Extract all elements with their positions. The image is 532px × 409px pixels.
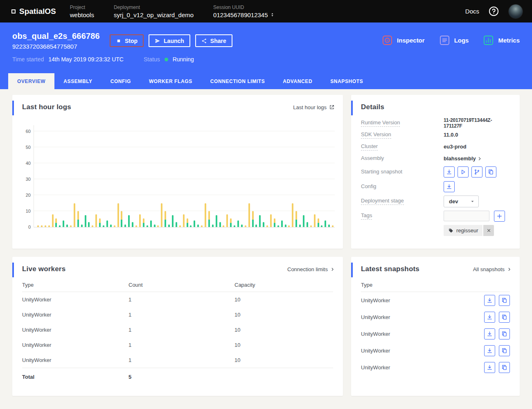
snapshot-row: UnityWorker — [361, 309, 510, 326]
docs-link[interactable]: Docs — [465, 8, 479, 15]
tab-advanced[interactable]: ADVANCED — [274, 73, 321, 89]
avatar[interactable] — [508, 4, 523, 19]
detail-label: Tags — [361, 212, 372, 220]
log-bar — [263, 222, 264, 227]
log-bar — [143, 218, 144, 227]
tag-input[interactable] — [444, 211, 489, 221]
session-uuid-selector[interactable]: 0123456789012345 — [213, 11, 274, 18]
detail-value: eu3-prod — [444, 144, 510, 150]
sort-arrows-icon — [270, 12, 275, 18]
close-icon — [487, 228, 491, 233]
copy-snapshot-button[interactable] — [499, 362, 510, 373]
info-segment — [241, 225, 243, 227]
download-snapshot-button[interactable] — [484, 362, 495, 373]
deployment-meta: Deployment syrj_0_v12_op_wizard_demo — [114, 4, 194, 18]
copy-snapshot-button[interactable] — [499, 295, 510, 306]
share-button[interactable]: Share — [195, 34, 232, 47]
launch-button[interactable]: Launch — [149, 34, 190, 47]
log-bar — [81, 225, 83, 227]
tab-snapshots[interactable]: SNAPSHOTS — [321, 73, 372, 89]
logs-link[interactable]: Logs — [440, 35, 469, 45]
log-bar — [128, 215, 130, 227]
log-bar — [103, 225, 104, 227]
download-snapshot-button[interactable] — [484, 328, 495, 339]
inspector-link[interactable]: Inspector — [382, 35, 425, 45]
tag-chip-label: regisseur — [456, 227, 478, 234]
tab-config[interactable]: CONFIG — [101, 73, 140, 89]
log-bar — [150, 220, 152, 227]
detail-row-starting-snapshot: Starting snapshot — [361, 164, 510, 179]
info-segment — [216, 215, 217, 227]
download-snapshot-button[interactable] — [484, 295, 495, 306]
last-hour-logs-link-label: Last hour logs — [293, 104, 327, 110]
add-tag-button[interactable] — [494, 211, 505, 222]
help-icon[interactable] — [488, 6, 499, 17]
worker-type: UnityWorker — [22, 357, 128, 363]
spatialos-logo-icon — [11, 9, 16, 13]
stop-button[interactable]: Stop — [110, 34, 144, 47]
info-segment — [124, 225, 126, 227]
log-bar — [85, 215, 86, 227]
tab-assembly[interactable]: ASSEMBLY — [54, 73, 101, 89]
warning-segment — [205, 203, 206, 227]
play-button[interactable] — [458, 166, 469, 178]
log-bar — [179, 225, 181, 227]
remove-tag-button[interactable] — [483, 225, 494, 236]
connection-limits-link[interactable]: Connection limits — [287, 266, 335, 272]
worker-row: UnityWorker110 — [22, 337, 333, 353]
download-button[interactable] — [444, 181, 455, 192]
copy-button[interactable] — [485, 166, 496, 178]
warning-segment — [37, 225, 39, 227]
info-segment — [190, 225, 192, 227]
topbar: SpatialOS Project webtools Deployment sy… — [0, 0, 532, 22]
latest-snapshots-table: TypeUnityWorkerUnityWorkerUnityWorkerUni… — [351, 277, 520, 376]
warning-segment — [74, 203, 75, 227]
warning-segment — [95, 214, 97, 227]
worker-capacity: 10 — [234, 327, 333, 333]
status-badge: Running — [173, 56, 194, 63]
detail-button-group — [444, 181, 510, 192]
log-bar — [99, 218, 101, 227]
info-segment — [197, 225, 199, 227]
copy-icon — [501, 348, 507, 354]
info-segment — [295, 220, 297, 227]
log-bar — [310, 225, 312, 227]
assembly-link[interactable]: blahssembly — [444, 155, 510, 162]
external-link-icon — [329, 104, 335, 110]
info-segment — [281, 220, 283, 227]
log-bar — [157, 225, 159, 227]
last-hour-logs-link[interactable]: Last hour logs — [293, 104, 335, 110]
warning-segment — [314, 214, 316, 227]
spatialos-logo[interactable]: SpatialOS — [11, 7, 56, 16]
branch-button[interactable] — [471, 166, 482, 178]
download-snapshot-button[interactable] — [484, 312, 495, 323]
tab-connection-limits[interactable]: CONNECTION LIMITS — [201, 73, 274, 89]
deployment-stage-select[interactable]: dev — [444, 196, 479, 207]
page-title: obs_qual_e2s_666786 — [12, 31, 100, 41]
download-button[interactable] — [444, 166, 455, 178]
column-header-type: Type — [361, 282, 372, 288]
tag-chip-row: regisseur — [444, 223, 510, 240]
log-bar — [205, 203, 206, 227]
log-bar — [307, 222, 308, 227]
log-bar — [176, 222, 177, 227]
warning-segment — [70, 225, 72, 227]
assembly-link-label: blahssembly — [444, 155, 476, 162]
copy-snapshot-button[interactable] — [499, 312, 510, 323]
warning-segment — [310, 225, 312, 227]
copy-icon — [501, 314, 507, 320]
tab-overview[interactable]: OVERVIEW — [8, 73, 54, 89]
share-icon — [201, 38, 207, 44]
all-snapshots-link[interactable]: All snapshots — [473, 266, 512, 272]
copy-snapshot-button[interactable] — [499, 328, 510, 339]
session-uuid-meta: Session UUID 0123456789012345 — [213, 4, 274, 18]
warning-segment — [288, 225, 290, 227]
tab-worker-flags[interactable]: WORKER FLAGS — [140, 73, 201, 89]
snapshot-row: UnityWorker — [361, 292, 510, 309]
copy-snapshot-button[interactable] — [499, 345, 510, 356]
download-snapshot-button[interactable] — [484, 345, 495, 356]
copy-icon — [501, 364, 507, 371]
warning-segment — [252, 211, 254, 220]
metrics-link[interactable]: Metrics — [483, 35, 520, 45]
worker-count: 1 — [128, 327, 234, 333]
